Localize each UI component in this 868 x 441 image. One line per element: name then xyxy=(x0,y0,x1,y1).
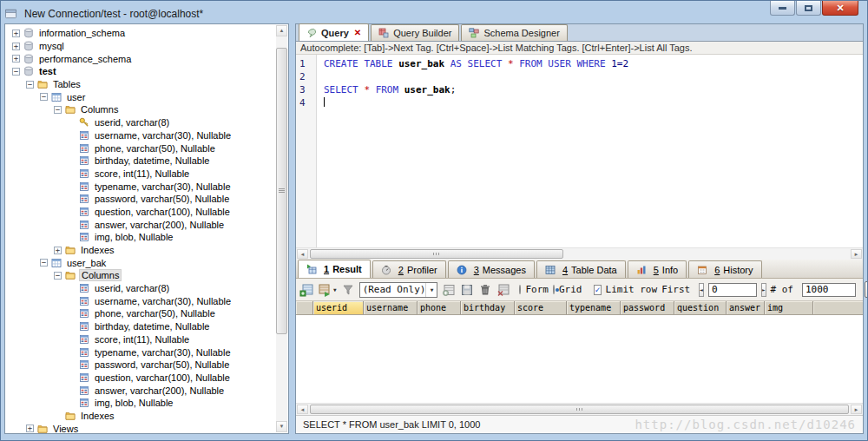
tree-item-password-varchar-50-nullable[interactable]: password, varchar(50), Nullable xyxy=(5,359,276,372)
editor-hscrollbar[interactable]: ◄ ► xyxy=(296,247,863,260)
collapse-icon[interactable]: − xyxy=(26,81,34,89)
tree-item-username-varchar-30-nullable[interactable]: username, varchar(30), Nullable xyxy=(5,294,276,307)
column-header-password[interactable]: password xyxy=(621,301,674,314)
tree-item-information-schema[interactable]: +information_schema xyxy=(5,27,276,40)
collapse-icon[interactable]: − xyxy=(40,259,48,267)
tree-item-views[interactable]: +Views xyxy=(5,422,276,433)
save-changes-icon[interactable] xyxy=(460,283,474,297)
row-selector-cell[interactable] xyxy=(296,301,313,314)
tree-item-phone-varchar-50-nullable[interactable]: phone, varchar(50), Nullable xyxy=(5,142,276,155)
scroll-right-icon[interactable]: ► xyxy=(851,405,862,414)
tree-item-score-int-11-nullable[interactable]: score, int(11), Nullable xyxy=(5,168,276,181)
tree-item-indexes[interactable]: Indexes xyxy=(5,410,276,423)
tree-item-userid-varchar-8[interactable]: userid, varchar(8) xyxy=(5,282,276,295)
scroll-left-icon[interactable]: ◄ xyxy=(297,249,308,259)
column-header-score[interactable]: score xyxy=(515,301,567,314)
collapse-icon[interactable]: − xyxy=(54,106,62,114)
collapse-icon[interactable]: − xyxy=(12,68,20,76)
tree-item-test[interactable]: −test xyxy=(5,65,276,78)
result-grid-body[interactable] xyxy=(296,315,863,403)
delete-row-icon[interactable] xyxy=(478,283,492,297)
export-dropdown-icon[interactable]: ▼ xyxy=(333,286,337,293)
expand-icon[interactable]: + xyxy=(12,43,20,50)
tab-query-builder[interactable]: Query Builder xyxy=(371,24,459,41)
sql-editor[interactable]: 1234 CREATE TABLE user_bak AS SELECT * F… xyxy=(296,55,863,247)
first-row-decrement-icon[interactable]: ◄ xyxy=(699,283,704,297)
scroll-up-icon[interactable]: ▲ xyxy=(276,25,287,36)
tree-item-performance-schema[interactable]: +performance_schema xyxy=(5,52,276,65)
cancel-changes-icon[interactable] xyxy=(496,283,510,297)
tree-item-columns[interactable]: −Columns xyxy=(5,269,276,282)
tree-scrollbar-thumb[interactable] xyxy=(276,48,287,334)
tree-item-birthday-datetime-nullable[interactable]: birthday, datetime, Nullable xyxy=(5,155,276,168)
column-header-username[interactable]: username xyxy=(364,301,418,314)
column-header-answer[interactable]: answer xyxy=(727,301,765,314)
filter-icon[interactable] xyxy=(341,283,355,297)
grid-radio[interactable] xyxy=(553,285,555,294)
tree-item-user[interactable]: −user xyxy=(5,90,276,103)
tree-item-columns[interactable]: −Columns xyxy=(5,103,276,116)
maximize-button[interactable] xyxy=(796,1,821,16)
tab-result[interactable]: 1Result xyxy=(298,260,371,278)
result-mode-dropdown[interactable]: (Read Only) ▼ xyxy=(359,282,438,298)
tree-item-img-blob-nullable[interactable]: img, blob, Nullable xyxy=(5,397,276,410)
panel-splitter[interactable] xyxy=(289,23,295,434)
tab-profiler[interactable]: 2Profiler xyxy=(372,260,446,278)
collapse-icon[interactable]: − xyxy=(54,272,62,280)
minimize-button[interactable] xyxy=(770,1,795,16)
column-header-userid[interactable]: userid xyxy=(313,301,364,314)
column-header-img[interactable]: img xyxy=(765,301,813,314)
insert-row-icon[interactable] xyxy=(299,283,313,297)
editor-hscrollbar-thumb[interactable] xyxy=(310,249,563,259)
close-tab-icon[interactable]: ✕ xyxy=(354,28,361,37)
limit-rows-checkbox[interactable]: ✓ xyxy=(594,285,601,295)
expand-icon[interactable]: + xyxy=(12,30,20,37)
tab-query[interactable]: Query✕ xyxy=(299,23,369,41)
scroll-right-icon[interactable]: ► xyxy=(851,249,862,259)
tree-item-password-varchar-50-nullable[interactable]: password, varchar(50), Nullable xyxy=(5,193,276,206)
sql-code[interactable]: CREATE TABLE user_bak AS SELECT * FROM U… xyxy=(317,55,863,247)
grid-hscrollbar[interactable]: ◄ ► xyxy=(296,403,863,415)
tree-item-typename-varchar-30-nullable[interactable]: typename, varchar(30), Nullable xyxy=(5,346,276,359)
close-button[interactable]: ✕ xyxy=(822,1,858,16)
column-header-question[interactable]: question xyxy=(674,301,727,314)
tree-item-question-varchar-100-nullable[interactable]: question, varchar(100), Nullable xyxy=(5,206,276,219)
expand-icon[interactable]: + xyxy=(54,247,62,254)
tree-item-username-varchar-30-nullable[interactable]: username, varchar(30), Nullable xyxy=(5,129,276,142)
tab-table-data[interactable]: 4Table Data xyxy=(536,260,626,278)
collapse-icon[interactable]: − xyxy=(40,93,48,101)
tab-messages[interactable]: 3Messages xyxy=(448,260,535,278)
export-data-icon[interactable] xyxy=(318,283,332,297)
tree-item-phone-varchar-50-nullable[interactable]: phone, varchar(50), Nullable xyxy=(5,307,276,320)
grid-hscrollbar-thumb[interactable] xyxy=(310,405,849,414)
tab-schema-designer[interactable]: Schema Designer xyxy=(461,24,567,41)
tree-item-answer-varchar-200-nullable[interactable]: answer, varchar(200), Nullable xyxy=(5,384,276,397)
column-header-typename[interactable]: typename xyxy=(567,301,621,314)
scroll-down-icon[interactable]: ▼ xyxy=(276,421,287,432)
expand-icon[interactable]: + xyxy=(26,425,34,432)
tree-item-typename-varchar-30-nullable[interactable]: typename, varchar(30), Nullable xyxy=(5,180,276,193)
tab-info[interactable]: 5Info xyxy=(628,260,687,278)
first-row-input[interactable] xyxy=(708,283,757,297)
form-radio[interactable] xyxy=(519,285,521,294)
tree-item-indexes[interactable]: +Indexes xyxy=(5,244,276,257)
tab-history[interactable]: 6History xyxy=(688,260,761,278)
tree-scrollbar[interactable]: ▲ ▼ xyxy=(276,25,287,432)
add-row-icon[interactable] xyxy=(442,283,456,297)
scroll-left-icon[interactable]: ◄ xyxy=(297,405,308,414)
tree-item-birthday-datetime-nullable[interactable]: birthday, datetime, Nullable xyxy=(5,320,276,333)
tree-item-userid-varchar-8[interactable]: userid, varchar(8) xyxy=(5,116,276,129)
tree-item-img-blob-nullable[interactable]: img, blob, Nullable xyxy=(5,231,276,244)
refresh-button[interactable]: Refresh xyxy=(865,281,868,298)
tree-item-score-int-11-nullable[interactable]: score, int(11), Nullable xyxy=(5,333,276,346)
tree-item-answer-varchar-200-nullable[interactable]: answer, varchar(200), Nullable xyxy=(5,218,276,231)
tree-item-tables[interactable]: −Tables xyxy=(5,78,276,91)
column-header-phone[interactable]: phone xyxy=(418,301,461,314)
tree-item-question-varchar-100-nullable[interactable]: question, varchar(100), Nullable xyxy=(5,372,276,385)
tree-item-mysql[interactable]: +mysql xyxy=(5,40,276,53)
num-rows-input[interactable] xyxy=(802,283,856,297)
column-header-birthday[interactable]: birthday xyxy=(461,301,515,314)
tree-item-user-bak[interactable]: −user_bak xyxy=(5,256,276,269)
first-row-increment-icon[interactable]: ► xyxy=(761,283,766,297)
expand-icon[interactable]: + xyxy=(12,55,20,63)
